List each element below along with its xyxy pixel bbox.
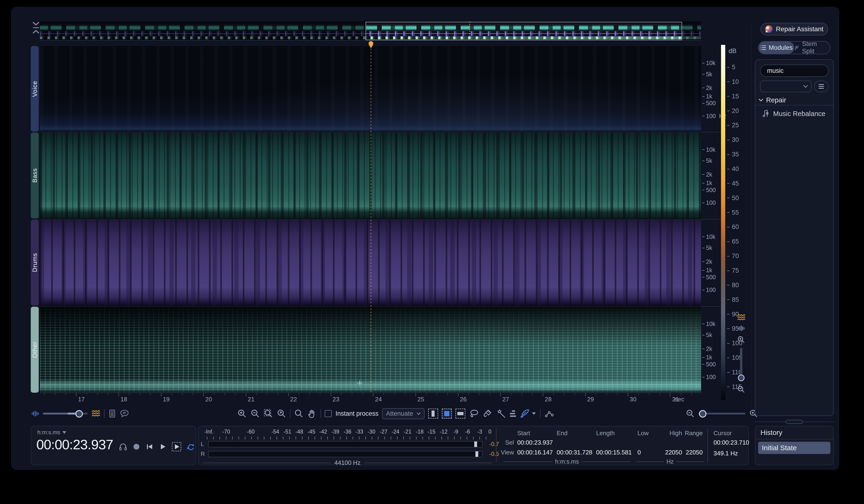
meter-right-peak-marker — [476, 452, 478, 457]
ruler-tick — [140, 393, 140, 395]
brush-tool-icon[interactable] — [483, 409, 493, 418]
time-frequency-selection-tool[interactable] — [442, 409, 452, 419]
module-search[interactable] — [760, 64, 829, 77]
time-unit-footer: h:m:s.ms — [504, 458, 631, 465]
meter-left-bar — [208, 441, 482, 447]
frequency-selection-tool[interactable] — [455, 409, 465, 419]
track-label: Drums — [31, 253, 38, 272]
section-repair[interactable]: Repair — [755, 95, 833, 106]
spectrogram-other[interactable] — [40, 307, 701, 393]
panel-resize-handle[interactable] — [755, 420, 834, 424]
waveform-view-icon[interactable] — [737, 325, 745, 332]
freq-tick: 1k — [702, 267, 712, 274]
db-tick: 5 — [727, 64, 753, 71]
module-music-rebalance[interactable]: Music Rebalance — [762, 110, 825, 118]
category-filter-dropdown[interactable] — [760, 81, 812, 92]
vertical-zoom-slider-knob[interactable] — [738, 375, 744, 381]
playhead-time-display[interactable]: 00:00:23.937 — [36, 436, 113, 452]
time-selection-tool[interactable] — [428, 409, 438, 419]
previous-button[interactable] — [145, 443, 154, 451]
module-list-options-button[interactable] — [814, 81, 829, 92]
waveform-blend-icon[interactable] — [31, 410, 39, 417]
time-format-selector[interactable]: h:m:s.ms — [37, 429, 66, 436]
feedback-icon[interactable] — [120, 410, 129, 418]
process-mode-dropdown[interactable]: Attenuate — [382, 408, 424, 419]
db-tick: 80 — [727, 281, 753, 289]
loop-button[interactable] — [186, 442, 195, 451]
chevron-down-icon[interactable] — [33, 22, 39, 26]
history-item[interactable]: Initial State — [758, 442, 830, 454]
view-high-value[interactable]: 22050 — [659, 449, 682, 456]
blend-slider-knob[interactable] — [75, 410, 83, 418]
view-length-value[interactable]: 00:00:15.581 — [596, 449, 632, 456]
spectrogram-area[interactable] — [40, 46, 701, 393]
view-end-value[interactable]: 00:00:31.728 — [557, 449, 592, 456]
module-music-rebalance-label: Music Rebalance — [773, 110, 825, 118]
overview-collapse-controls[interactable] — [31, 22, 40, 34]
freq-tick: 500 — [702, 187, 716, 193]
view-range-value[interactable]: 22050 — [683, 449, 703, 456]
ruler-tick — [97, 393, 98, 395]
spectrogram-blend-icon[interactable] — [91, 410, 100, 418]
view-start-value[interactable]: 00:00:16.147 — [517, 449, 553, 456]
play-selection-button[interactable] — [172, 442, 181, 452]
zoom-out-icon[interactable] — [251, 409, 260, 418]
playhead-marker[interactable] — [368, 41, 373, 48]
instant-process-checkbox[interactable] — [325, 410, 332, 417]
track-label: Bass — [31, 168, 38, 183]
vertical-zoom-in-icon[interactable] — [737, 336, 745, 344]
vertical-zoom-out-icon[interactable] — [737, 385, 745, 393]
db-tick: 30 — [727, 136, 753, 144]
vertical-zoom-slider[interactable] — [740, 348, 742, 379]
track-label: Voice — [31, 81, 38, 97]
time-ruler[interactable]: sec 171819202122232425262728293031 — [40, 393, 701, 403]
history-title: History — [760, 429, 782, 436]
track-tab-voice[interactable]: Voice — [31, 46, 39, 132]
feather-tool[interactable] — [520, 409, 536, 418]
ruler-tick — [681, 393, 681, 395]
col-end: End — [557, 430, 567, 437]
cursor-time-value: 00:00:23.710 — [713, 439, 749, 446]
meter-scale-label: -12 — [440, 429, 447, 435]
waveform-overview[interactable] — [40, 21, 701, 40]
sel-start-value[interactable]: 00:00:23.937 — [517, 439, 553, 446]
lasso-tool-icon[interactable] — [469, 409, 479, 418]
magic-wand-tool-icon[interactable] — [496, 409, 506, 418]
repair-assistant-button[interactable]: Repair Assistant — [760, 23, 828, 35]
play-button[interactable] — [158, 443, 167, 451]
instant-process-bars-icon[interactable] — [510, 410, 516, 417]
session-notes-icon[interactable] — [108, 409, 116, 418]
track-tab-other[interactable]: Other — [31, 307, 39, 393]
spectrogram-bass[interactable] — [40, 132, 701, 218]
timeline-zoom-out-icon[interactable] — [686, 409, 695, 418]
feather-dropdown-icon[interactable] — [531, 412, 536, 415]
chevron-up-icon[interactable] — [33, 30, 39, 34]
waveform-spectrogram-blend-slider[interactable] — [43, 413, 87, 415]
zoom-selection-icon[interactable] — [264, 409, 273, 418]
tab-stem-split[interactable]: Stem Split — [794, 41, 830, 54]
tab-modules[interactable]: Modules — [759, 41, 794, 54]
timeline-zoom-slider-knob[interactable] — [699, 410, 707, 418]
db-tick: 10 — [727, 78, 753, 85]
zoom-in-icon[interactable] — [237, 409, 247, 418]
record-button[interactable] — [132, 443, 141, 451]
cursor-freq-value: 349.1 Hz — [713, 450, 738, 457]
magnify-tool-icon[interactable] — [294, 409, 303, 418]
zoom-fit-icon[interactable] — [277, 409, 286, 418]
overview-view-region[interactable] — [365, 22, 682, 40]
spectrogram-drums[interactable] — [40, 219, 701, 305]
view-low-value[interactable]: 0 — [637, 449, 641, 456]
search-input[interactable] — [767, 67, 839, 75]
spectrogram-voice[interactable] — [40, 46, 701, 132]
connect-points-tool-icon[interactable] — [544, 409, 554, 418]
track-tab-drums[interactable]: Drums — [31, 219, 39, 305]
grab-tool-icon[interactable] — [307, 409, 317, 418]
monitor-icon[interactable] — [119, 442, 128, 451]
spectrogram-view-icon[interactable] — [737, 314, 745, 321]
timeline-zoom-slider[interactable] — [698, 413, 745, 415]
overview-dim-left — [40, 21, 365, 40]
ruler-label: 19 — [163, 396, 170, 403]
track-tab-bass[interactable]: Bass — [31, 132, 39, 218]
ruler-tick — [108, 393, 108, 395]
freq-tick: 10k — [702, 146, 716, 153]
